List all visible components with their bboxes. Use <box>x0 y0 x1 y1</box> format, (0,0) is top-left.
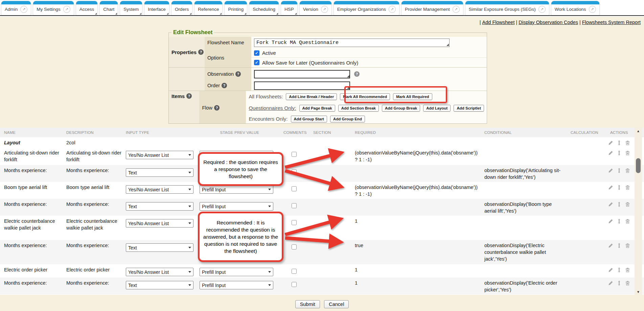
reorder-icon[interactable] <box>617 243 622 248</box>
mark-all-recommended-button[interactable]: Mark All Recommended <box>340 93 390 100</box>
mark-all-required-button[interactable]: Mark All Required <box>393 93 432 100</box>
input-type-select[interactable]: Text <box>126 168 193 177</box>
nav-tab-provider-management[interactable]: Provider Management↗ <box>401 1 463 15</box>
comment-checkbox[interactable] <box>292 203 297 208</box>
help-icon[interactable]: ? <box>198 49 204 55</box>
help-icon[interactable]: ? <box>186 93 192 99</box>
comment-checkbox[interactable] <box>292 269 297 274</box>
nav-tab-version[interactable]: Version↗ <box>300 1 331 15</box>
reorder-icon[interactable] <box>617 281 622 286</box>
input-type-select[interactable]: Yes/No Answer List <box>126 219 193 228</box>
submit-button[interactable]: Submit <box>295 300 320 308</box>
nav-tab-system[interactable]: System <box>120 1 142 15</box>
link-display-observation-codes[interactable]: Display Observation Codes <box>519 20 578 25</box>
delete-icon[interactable] <box>625 202 630 207</box>
edit-icon[interactable] <box>608 281 613 286</box>
input-type-select[interactable]: Text <box>126 243 193 252</box>
cancel-button[interactable]: Cancel <box>324 300 349 308</box>
nav-tab-my-settings[interactable]: My Settings↗ <box>33 1 74 15</box>
add-page-break-button[interactable]: Add Page Break <box>299 105 335 112</box>
edit-icon[interactable] <box>608 185 613 190</box>
external-link-icon[interactable]: ↗ <box>321 6 328 13</box>
delete-icon[interactable] <box>625 140 630 145</box>
comment-checkbox[interactable] <box>292 169 297 174</box>
external-link-icon[interactable]: ↗ <box>389 6 396 13</box>
nav-tab-scheduling[interactable]: Scheduling <box>249 1 279 15</box>
edit-icon[interactable] <box>608 140 613 145</box>
input-type-select[interactable]: Text <box>126 281 193 289</box>
resize-grip-icon[interactable] <box>446 44 449 46</box>
help-icon[interactable]: ? <box>235 71 241 77</box>
nav-tab-work-locations[interactable]: Work Locations↗ <box>551 1 599 15</box>
reorder-icon[interactable] <box>617 140 622 145</box>
add-section-break-button[interactable]: Add Section Break <box>338 105 379 112</box>
delete-icon[interactable] <box>625 185 630 190</box>
reorder-icon[interactable] <box>617 267 622 272</box>
edit-icon[interactable] <box>608 202 613 207</box>
edit-icon[interactable] <box>608 168 613 173</box>
comment-checkbox[interactable] <box>292 282 297 287</box>
nav-tab-admin[interactable]: Admin↗ <box>1 1 31 15</box>
add-layout-button[interactable]: Add Layout <box>423 105 451 112</box>
nav-tab-access[interactable]: Access <box>76 1 98 15</box>
nav-tab-reference[interactable]: Reference <box>194 1 222 15</box>
delete-icon[interactable] <box>625 267 630 272</box>
delete-icon[interactable] <box>625 219 630 224</box>
reorder-icon[interactable] <box>617 185 622 190</box>
input-type-select[interactable]: Text <box>126 202 193 211</box>
reorder-icon[interactable] <box>617 150 622 156</box>
add-group-break-button[interactable]: Add Group Break <box>382 105 420 112</box>
delete-icon[interactable] <box>625 150 630 156</box>
comment-checkbox[interactable] <box>292 186 297 191</box>
edit-icon[interactable] <box>608 219 613 224</box>
nav-tab-printing[interactable]: Printing <box>225 1 247 15</box>
external-link-icon[interactable]: ↗ <box>538 6 546 13</box>
input-type-select[interactable]: Yes/No Answer List <box>126 268 193 276</box>
edit-icon[interactable] <box>608 267 613 272</box>
reorder-icon[interactable] <box>617 219 622 224</box>
nav-tab-hsp[interactable]: HSP <box>281 1 297 15</box>
delete-icon[interactable] <box>625 168 630 173</box>
external-link-icon[interactable]: ↗ <box>63 6 70 13</box>
active-checkbox[interactable]: ✓ <box>254 50 259 56</box>
allow-save-for-later-checkbox[interactable]: ✓ <box>254 60 259 65</box>
stage-prev-select[interactable]: Prefill Input <box>200 281 273 289</box>
scroll-down-icon[interactable]: ▼ <box>637 289 640 295</box>
stage-prev-select[interactable]: Prefill Input <box>200 268 273 276</box>
nav-tab-similar-exposure-groups-segs[interactable]: Similar Exposure Groups (SEGs)↗ <box>465 1 549 15</box>
link-add-flowsheet[interactable]: Add Flowsheet <box>482 20 515 25</box>
input-type-select[interactable]: Yes/No Answer List <box>126 185 193 194</box>
edit-icon[interactable] <box>608 150 613 156</box>
nav-tab-employer-organizations[interactable]: Employer Organizations↗ <box>334 1 399 15</box>
link-flowsheets-system-report[interactable]: Flowsheets System Report <box>582 20 641 25</box>
nav-tab-interface[interactable]: Interface <box>144 1 169 15</box>
add-group-end-button[interactable]: Add Group End <box>330 116 365 122</box>
delete-icon[interactable] <box>625 281 630 286</box>
help-icon[interactable]: ? <box>354 71 360 77</box>
stage-prev-select[interactable]: Prefill Input <box>200 185 273 194</box>
add-scriptlet-button[interactable]: Add Scriptlet <box>454 105 484 112</box>
comment-checkbox[interactable] <box>292 152 297 157</box>
order-input[interactable] <box>254 81 350 90</box>
flowsheet-name-input[interactable] <box>254 39 450 47</box>
comment-checkbox[interactable] <box>292 244 297 249</box>
resize-grip-icon[interactable] <box>347 87 349 89</box>
comment-checkbox[interactable] <box>292 220 297 225</box>
reorder-icon[interactable] <box>617 168 622 173</box>
observation-input[interactable] <box>254 70 350 78</box>
scrollbar-thumb[interactable] <box>636 158 641 173</box>
add-group-start-button[interactable]: Add Group Start <box>291 116 327 122</box>
external-link-icon[interactable]: ↗ <box>589 6 596 13</box>
add-line-break-header-button[interactable]: Add Line Break / Header <box>286 93 337 100</box>
help-icon[interactable]: ? <box>214 105 220 111</box>
nav-tab-chart[interactable]: Chart <box>100 1 118 15</box>
edit-icon[interactable] <box>608 243 613 248</box>
stage-prev-select[interactable]: Prefill Input <box>200 202 273 211</box>
reorder-icon[interactable] <box>617 202 622 207</box>
scroll-up-icon[interactable]: ▲ <box>637 128 640 134</box>
input-type-select[interactable]: Yes/No Answer List <box>126 151 193 159</box>
help-icon[interactable]: ? <box>222 83 227 88</box>
questionnaires-only-label[interactable]: Questionnaires Only: <box>249 105 296 111</box>
resize-grip-icon[interactable] <box>347 75 349 77</box>
external-link-icon[interactable]: ↗ <box>453 6 460 13</box>
